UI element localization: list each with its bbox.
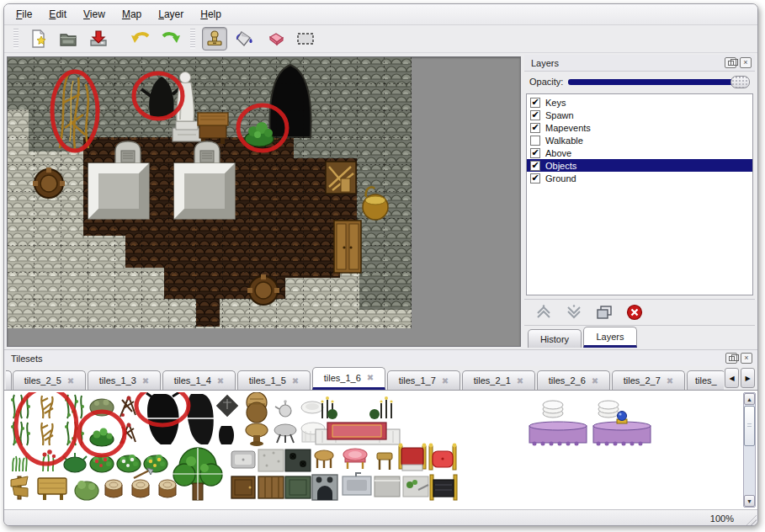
tool-open-file[interactable] bbox=[56, 27, 81, 51]
tileset-tab[interactable]: tiles_2_1 ✖ bbox=[462, 370, 535, 390]
tab-scroll-left-button[interactable]: ◀ bbox=[725, 368, 739, 388]
duplicate-layer-button[interactable] bbox=[593, 303, 615, 322]
scroll-up-button[interactable]: ▲ bbox=[744, 393, 755, 405]
tab-close-icon[interactable]: ✖ bbox=[217, 376, 224, 386]
move-layer-up-button[interactable] bbox=[533, 303, 555, 322]
tileset-tab[interactable]: tiles_1_5 ✖ bbox=[237, 370, 311, 390]
delete-layer-button[interactable] bbox=[624, 303, 645, 322]
tileset-tab[interactable]: tiles_2_7 ✖ bbox=[612, 370, 685, 390]
tab-close-icon[interactable]: ✖ bbox=[67, 376, 74, 386]
tool-stamp[interactable] bbox=[202, 27, 227, 51]
tool-new-file[interactable] bbox=[25, 27, 50, 51]
tab-close-icon[interactable]: ✖ bbox=[517, 376, 523, 386]
menu-item[interactable]: Map bbox=[114, 6, 150, 23]
layer-visibility-checkbox[interactable] bbox=[530, 136, 540, 146]
layer-list: ✔ Keys ✔ Spawn ✔ Mapevents Walkable ✔ Ab… bbox=[526, 93, 753, 295]
opacity-slider-handle[interactable] bbox=[730, 76, 750, 88]
paint-bucket-icon bbox=[234, 29, 256, 49]
tool-undo[interactable] bbox=[128, 27, 153, 51]
menu-item[interactable]: Help bbox=[192, 6, 230, 23]
stove-tile bbox=[312, 475, 337, 500]
move-layer-down-button[interactable] bbox=[563, 303, 585, 322]
redo-icon bbox=[160, 29, 182, 49]
menu-item[interactable]: Layer bbox=[150, 6, 192, 23]
tileset-vertical-scrollbar[interactable]: ▲ ▼ bbox=[743, 392, 756, 508]
layer-visibility-checkbox[interactable]: ✔ bbox=[530, 123, 540, 133]
scrollbar-thumb[interactable] bbox=[744, 406, 755, 446]
bush-tile bbox=[90, 428, 114, 447]
layer-row[interactable]: ✔ Above bbox=[527, 146, 752, 159]
layer-visibility-checkbox[interactable]: ✔ bbox=[530, 161, 540, 171]
layer-visibility-checkbox[interactable]: ✔ bbox=[530, 173, 540, 184]
tileset-tab[interactable]: tiles_1_3 ✖ bbox=[88, 370, 161, 390]
menu-item[interactable]: File bbox=[8, 6, 40, 23]
tileset-tab[interactable]: tiles_2_5 ✖ bbox=[13, 370, 86, 390]
resize-grip[interactable] bbox=[742, 511, 757, 525]
tool-save-file[interactable] bbox=[86, 27, 111, 51]
tilesets-panel: Tilesets × tiles_2_5 ✖ tiles_1_3 ✖ tiles… bbox=[4, 349, 757, 509]
tree-tile bbox=[171, 448, 225, 500]
altar-tile bbox=[316, 423, 400, 444]
dock-tab[interactable]: History bbox=[528, 329, 582, 348]
crate-object bbox=[326, 162, 356, 194]
dock-tab[interactable]: Layers bbox=[583, 327, 637, 348]
tool-redo[interactable] bbox=[158, 27, 183, 51]
layer-name: Ground bbox=[545, 173, 576, 184]
menu-item[interactable]: View bbox=[75, 6, 114, 23]
scroll-left-icon: ◀ bbox=[729, 375, 734, 382]
layers-panel-titlebar[interactable]: Layers × bbox=[524, 55, 755, 72]
tileset-tab-label: tiles_1_6 bbox=[324, 373, 361, 383]
layer-buttons-row bbox=[524, 299, 755, 326]
tab-close-icon[interactable]: ✖ bbox=[667, 376, 673, 386]
float-panel-button[interactable] bbox=[725, 57, 736, 68]
layer-name: Mapevents bbox=[545, 123, 591, 133]
layer-visibility-checkbox[interactable]: ✔ bbox=[530, 148, 540, 158]
tab-close-icon[interactable]: ✖ bbox=[142, 376, 149, 386]
tab-close-icon[interactable]: ✖ bbox=[442, 376, 449, 386]
layer-row[interactable]: ✔ Objects bbox=[527, 159, 752, 172]
layers-dock: Layers × Opacity: ✔ Keys ✔ Spawn bbox=[524, 55, 755, 348]
map-canvas[interactable] bbox=[8, 57, 412, 328]
main-split: Layers × Opacity: ✔ Keys ✔ Spawn bbox=[4, 53, 757, 349]
toolbar bbox=[4, 25, 757, 53]
map-view[interactable] bbox=[7, 56, 521, 347]
close-panel-button[interactable]: × bbox=[741, 353, 752, 364]
close-icon: × bbox=[743, 59, 747, 66]
toolbar-drag-handle[interactable] bbox=[13, 29, 19, 49]
sign-tiles bbox=[11, 476, 66, 500]
layer-row[interactable]: ✔ Spawn bbox=[527, 109, 752, 121]
layer-visibility-checkbox[interactable]: ✔ bbox=[530, 110, 540, 120]
layer-row[interactable]: ✔ Ground bbox=[527, 172, 752, 184]
tilesets-titlebar[interactable]: Tilesets × bbox=[4, 350, 757, 366]
layer-row[interactable]: Walkable bbox=[527, 134, 752, 146]
toolbar-drag-handle[interactable] bbox=[190, 29, 195, 49]
scroll-down-button[interactable]: ▼ bbox=[744, 495, 755, 507]
scrollbar-track[interactable] bbox=[744, 447, 755, 495]
opacity-row: Opacity: bbox=[524, 72, 755, 92]
tileset-tab[interactable]: tiles_ bbox=[687, 370, 724, 390]
float-panel-button[interactable] bbox=[725, 353, 737, 364]
tileset-tab[interactable]: tiles_1_7 ✖ bbox=[387, 370, 460, 390]
partial-tab[interactable] bbox=[6, 370, 12, 390]
tab-close-icon[interactable]: ✖ bbox=[292, 376, 299, 386]
tool-fill[interactable] bbox=[232, 27, 258, 51]
open-folder-icon bbox=[58, 29, 78, 49]
layer-visibility-checkbox[interactable]: ✔ bbox=[530, 98, 540, 108]
layer-name: Above bbox=[545, 148, 571, 158]
menu-item[interactable]: Edit bbox=[40, 6, 75, 23]
tileset-canvas[interactable] bbox=[6, 392, 730, 503]
tab-close-icon[interactable]: ✖ bbox=[592, 376, 598, 386]
close-panel-button[interactable]: × bbox=[740, 57, 752, 68]
layer-row[interactable]: ✔ Keys bbox=[527, 96, 752, 109]
opacity-slider[interactable] bbox=[568, 79, 741, 85]
tileset-tab[interactable]: tiles_2_6 ✖ bbox=[537, 370, 610, 390]
tool-select[interactable] bbox=[293, 27, 318, 51]
tool-eraser[interactable] bbox=[263, 27, 288, 51]
close-icon: × bbox=[744, 354, 748, 362]
layer-row[interactable]: ✔ Mapevents bbox=[527, 121, 752, 134]
tileset-tab[interactable]: tiles_1_4 ✖ bbox=[162, 370, 236, 390]
cushion-tile bbox=[429, 444, 457, 470]
tab-close-icon[interactable]: ✖ bbox=[367, 373, 374, 382]
tileset-tab[interactable]: tiles_1_6 ✖ bbox=[312, 367, 385, 390]
tab-scroll-right-button[interactable]: ▶ bbox=[741, 368, 755, 388]
